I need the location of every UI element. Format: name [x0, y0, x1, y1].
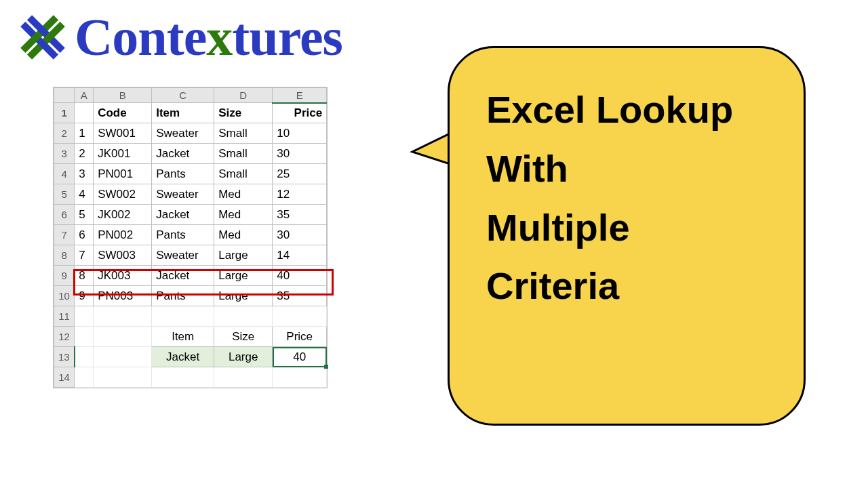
col-c[interactable]: C [152, 88, 214, 103]
row-num[interactable]: 1 [54, 103, 75, 123]
col-d[interactable]: D [214, 88, 273, 103]
table-row: 43PN001PantsSmall25 [54, 164, 327, 184]
table-row: 109PN003PantsLarge35 [54, 286, 327, 306]
active-cell[interactable]: 40 [273, 347, 327, 367]
column-headers: A B C D E [54, 88, 327, 103]
table-row: 54SW002SweaterMed12 [54, 184, 327, 205]
callout-text: Excel Lookup With Multiple Criteria [486, 81, 767, 316]
table-row: 11 [54, 306, 327, 327]
table-row: 21SW001SweaterSmall10 [54, 123, 327, 144]
brand-logo: Contextures [14, 7, 342, 68]
spreadsheet: A B C D E 1 Code Item Size Price 21SW001… [53, 87, 328, 388]
table-row: 65JK002JacketMed35 [54, 205, 327, 225]
table-row: 98JK003JacketLarge40 [54, 266, 327, 286]
table-row: 76PN002PantsMed30 [54, 225, 327, 245]
table-row: 1 Code Item Size Price [54, 103, 327, 123]
weave-icon [14, 8, 72, 66]
col-a[interactable]: A [75, 88, 94, 103]
table-row: 32JK001JacketSmall30 [54, 144, 327, 164]
table-row: 87SW003SweaterLarge14 [54, 245, 327, 266]
table-row: 13JacketLarge40 [54, 347, 327, 367]
brand-name: Contextures [75, 7, 342, 68]
col-b[interactable]: B [94, 88, 152, 103]
col-e[interactable]: E [273, 88, 327, 103]
table-row: 14 [54, 367, 327, 388]
corner-cell [54, 88, 75, 103]
callout-bubble: Excel Lookup With Multiple Criteria [448, 46, 806, 426]
table-row: 12ItemSizePrice [54, 327, 327, 347]
